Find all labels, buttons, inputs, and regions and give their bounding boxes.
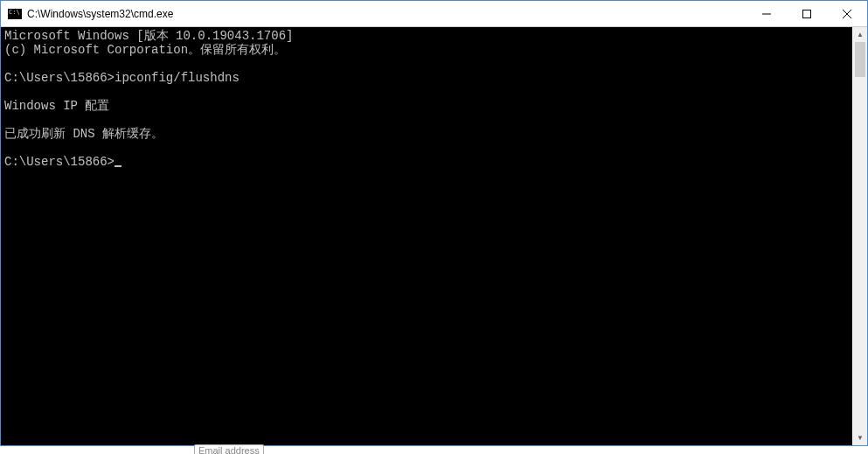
terminal-area: Microsoft Windows [版本 10.0.19043.1706](c… [1,27,867,445]
terminal-line [4,113,852,127]
terminal-line: Microsoft Windows [版本 10.0.19043.1706] [4,29,852,43]
terminal-line [4,57,852,71]
terminal-line [4,141,852,155]
maximize-button[interactable] [787,1,827,26]
minimize-button[interactable] [746,1,787,26]
scroll-down-button[interactable]: ▼ [853,430,867,445]
cmd-window: C:\Windows\system32\cmd.exe Microsoft Wi… [0,0,868,446]
scroll-up-button[interactable]: ▲ [853,27,867,42]
terminal-output[interactable]: Microsoft Windows [版本 10.0.19043.1706](c… [1,27,852,445]
terminal-cursor [115,165,122,167]
scroll-thumb[interactable] [855,42,865,77]
maximize-icon [802,10,811,18]
minimize-icon [762,10,771,18]
terminal-line: C:\Users\15866>ipconfig/flushdns [4,71,852,85]
svg-rect-1 [803,10,811,17]
titlebar[interactable]: C:\Windows\system32\cmd.exe [1,1,867,27]
cmd-icon [8,9,22,19]
close-icon [843,10,851,18]
terminal-line: 已成功刷新 DNS 解析缓存。 [4,127,852,141]
scroll-track[interactable] [853,42,867,430]
terminal-line [4,85,852,99]
terminal-line: Windows IP 配置 [4,99,852,113]
terminal-line: (c) Microsoft Corporation。保留所有权利。 [4,43,852,57]
vertical-scrollbar[interactable]: ▲ ▼ [852,27,867,445]
window-title: C:\Windows\system32\cmd.exe [27,8,746,20]
close-button[interactable] [827,1,867,26]
terminal-line: C:\Users\15866> [4,155,852,169]
background-input-fragment: Email address [194,444,264,454]
window-controls [746,1,867,26]
